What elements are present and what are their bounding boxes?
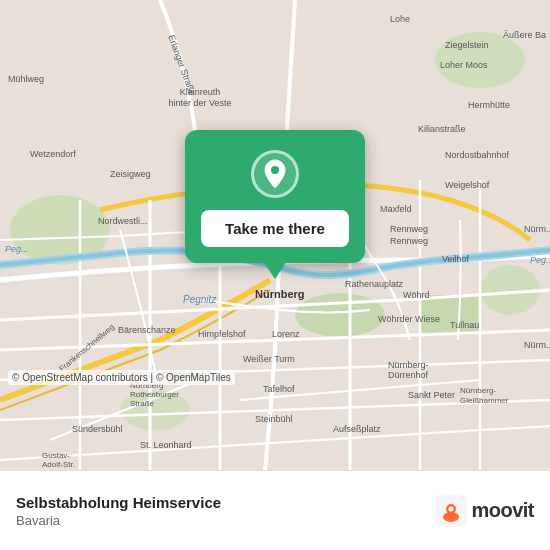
svg-text:Maxfeld: Maxfeld — [380, 204, 412, 214]
bottom-bar: Selbstabholung Heimservice Bavaria moovi… — [0, 470, 550, 550]
svg-text:Nordwestli...: Nordwestli... — [98, 216, 148, 226]
svg-point-58 — [271, 166, 279, 174]
svg-text:Rennweg: Rennweg — [390, 224, 428, 234]
moovit-icon — [435, 495, 467, 527]
svg-text:Peg...: Peg... — [5, 244, 29, 254]
location-pin-icon — [251, 150, 299, 198]
svg-text:Hermhütte: Hermhütte — [468, 100, 510, 110]
svg-point-5 — [295, 293, 385, 337]
location-title: Selbstabholung Heimservice — [16, 494, 435, 511]
take-me-there-button[interactable]: Take me there — [201, 210, 349, 247]
svg-text:Pegnitz: Pegnitz — [183, 294, 217, 305]
svg-text:Kilianstraße: Kilianstraße — [418, 124, 466, 134]
svg-text:Wetzendorf: Wetzendorf — [30, 149, 76, 159]
svg-text:Nürnberg-: Nürnberg- — [460, 386, 496, 395]
svg-text:Aufseßplatz: Aufseßplatz — [333, 424, 381, 434]
svg-text:Loher Moos: Loher Moos — [440, 60, 488, 70]
moovit-text: moovit — [471, 499, 534, 522]
svg-text:Rathenauplatz: Rathenauplatz — [345, 279, 404, 289]
svg-text:Ziegelstein: Ziegelstein — [445, 40, 489, 50]
svg-text:Sündersbühl: Sündersbühl — [72, 424, 123, 434]
location-subtitle: Bavaria — [16, 513, 435, 528]
svg-text:Veilhof: Veilhof — [442, 254, 470, 264]
svg-text:Äußere Ba: Äußere Ba — [503, 30, 546, 40]
svg-text:Rothenburger: Rothenburger — [130, 390, 179, 399]
svg-text:Wöhrder Wiese: Wöhrder Wiese — [378, 314, 440, 324]
svg-text:Gustav-: Gustav- — [42, 451, 70, 460]
svg-text:Lorenz: Lorenz — [272, 329, 300, 339]
svg-text:Nürnberg: Nürnberg — [255, 288, 305, 300]
svg-text:Rennweg: Rennweg — [390, 236, 428, 246]
svg-text:Weigelshof: Weigelshof — [445, 180, 490, 190]
map-container: Lohe Ziegelstein Loher Moos Äußere Ba Mü… — [0, 0, 550, 470]
location-info: Selbstabholung Heimservice Bavaria — [16, 494, 435, 528]
svg-text:Wöhrd: Wöhrd — [403, 290, 430, 300]
svg-text:hinter der Veste: hinter der Veste — [168, 98, 231, 108]
svg-text:Gleißhammer: Gleißhammer — [460, 396, 509, 405]
svg-text:Steinbühl: Steinbühl — [255, 414, 293, 424]
svg-text:Bärenschanze: Bärenschanze — [118, 325, 176, 335]
svg-text:St. Leonhard: St. Leonhard — [140, 440, 192, 450]
svg-text:Tullnau: Tullnau — [450, 320, 479, 330]
svg-text:Dürrenhof: Dürrenhof — [388, 370, 429, 380]
svg-text:Zeisigweg: Zeisigweg — [110, 169, 151, 179]
svg-text:Himpfelshof: Himpfelshof — [198, 329, 246, 339]
map-attribution: © OpenStreetMap contributors | © OpenMap… — [8, 370, 235, 385]
svg-text:Weißer Turm: Weißer Turm — [243, 354, 295, 364]
svg-text:Nürnberg-: Nürnberg- — [388, 360, 429, 370]
popup-card: Take me there — [185, 130, 365, 263]
svg-text:Lohe: Lohe — [390, 14, 410, 24]
svg-text:Mühlweg: Mühlweg — [8, 74, 44, 84]
svg-text:Nürm...: Nürm... — [524, 224, 550, 234]
svg-point-62 — [449, 506, 454, 511]
svg-text:Peg...: Peg... — [530, 255, 550, 265]
svg-text:Tafelhof: Tafelhof — [263, 384, 295, 394]
svg-text:Nürm...: Nürm... — [524, 340, 550, 350]
svg-text:Straße: Straße — [130, 399, 155, 408]
popup-tail — [263, 261, 287, 279]
svg-text:Adolf-Str.: Adolf-Str. — [42, 460, 75, 469]
svg-text:Sankt Peter: Sankt Peter — [408, 390, 455, 400]
svg-text:Nordostbahnhof: Nordostbahnhof — [445, 150, 510, 160]
moovit-logo: moovit — [435, 495, 534, 527]
